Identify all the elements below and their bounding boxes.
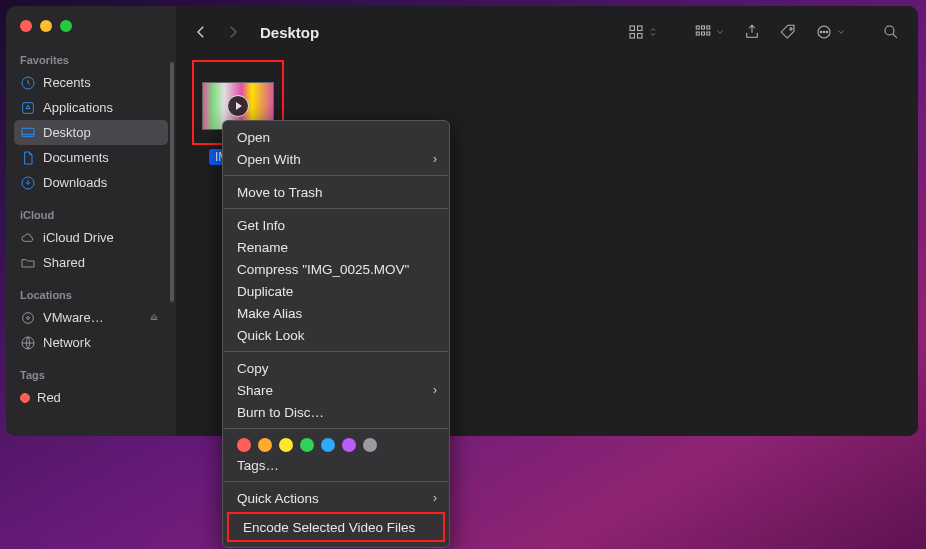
svg-rect-8 <box>638 26 643 31</box>
sidebar-scrollbar[interactable] <box>170 62 174 302</box>
desktop-icon <box>20 125 36 141</box>
document-icon <box>20 150 36 166</box>
sidebar-section-icloud: iCloud <box>6 205 176 225</box>
group-by-button[interactable] <box>690 19 729 45</box>
sidebar-item-downloads[interactable]: Downloads <box>14 170 168 195</box>
sidebar: Favorites Recents Applications Desktop D… <box>6 6 176 436</box>
tag-color-green[interactable] <box>300 438 314 452</box>
applications-icon <box>20 100 36 116</box>
ctx-label: Move to Trash <box>237 185 323 200</box>
ctx-separator <box>224 175 448 176</box>
ctx-burn-to-disc[interactable]: Burn to Disc… <box>223 401 449 423</box>
sidebar-item-label: Recents <box>43 75 91 90</box>
window-controls <box>6 18 176 50</box>
sidebar-item-documents[interactable]: Documents <box>14 145 168 170</box>
sidebar-item-applications[interactable]: Applications <box>14 95 168 120</box>
sidebar-item-label: VMware… <box>43 310 104 325</box>
play-icon <box>227 95 249 117</box>
svg-rect-9 <box>630 34 635 39</box>
downloads-icon <box>20 175 36 191</box>
shared-folder-icon <box>20 255 36 271</box>
ctx-label: Get Info <box>237 218 285 233</box>
eject-icon[interactable] <box>146 310 162 326</box>
nav-back-button[interactable] <box>190 21 212 43</box>
svg-rect-16 <box>707 32 710 35</box>
chevron-right-icon: › <box>433 491 437 505</box>
tag-color-gray[interactable] <box>363 438 377 452</box>
sidebar-item-vmware[interactable]: VMware… <box>14 305 168 330</box>
context-menu: Open Open With› Move to Trash Get Info R… <box>222 120 450 548</box>
ctx-separator <box>224 351 448 352</box>
svg-rect-13 <box>707 26 710 29</box>
ctx-open-with[interactable]: Open With› <box>223 148 449 170</box>
minimize-window-button[interactable] <box>40 20 52 32</box>
ctx-quick-actions[interactable]: Quick Actions› <box>223 487 449 509</box>
tags-button[interactable] <box>775 19 801 45</box>
ctx-compress[interactable]: Compress "IMG_0025.MOV" <box>223 258 449 280</box>
action-menu-button[interactable] <box>811 19 850 45</box>
chevron-right-icon: › <box>433 383 437 397</box>
sidebar-item-icloud-drive[interactable]: iCloud Drive <box>14 225 168 250</box>
sidebar-item-tag-red[interactable]: Red <box>14 385 168 410</box>
sidebar-item-desktop[interactable]: Desktop <box>14 120 168 145</box>
ctx-encode-video-files[interactable]: Encode Selected Video Files <box>229 514 443 540</box>
ctx-label: Compress "IMG_0025.MOV" <box>237 262 409 277</box>
ctx-make-alias[interactable]: Make Alias <box>223 302 449 324</box>
svg-rect-15 <box>702 32 705 35</box>
ctx-label: Open With <box>237 152 301 167</box>
sidebar-item-label: Applications <box>43 100 113 115</box>
sidebar-item-network[interactable]: Network <box>14 330 168 355</box>
svg-point-5 <box>27 316 30 319</box>
svg-point-21 <box>826 31 828 33</box>
tag-color-purple[interactable] <box>342 438 356 452</box>
toolbar: Desktop <box>176 6 918 58</box>
ctx-duplicate[interactable]: Duplicate <box>223 280 449 302</box>
ctx-separator <box>224 428 448 429</box>
sidebar-item-label: Desktop <box>43 125 91 140</box>
svg-point-19 <box>820 31 822 33</box>
ctx-share[interactable]: Share› <box>223 379 449 401</box>
highlight-box-encode: Encode Selected Video Files <box>227 512 445 542</box>
clock-icon <box>20 75 36 91</box>
ctx-tag-colors <box>223 434 449 454</box>
search-button[interactable] <box>878 19 904 45</box>
ctx-label: Share <box>237 383 273 398</box>
tag-color-yellow[interactable] <box>279 438 293 452</box>
sidebar-item-recents[interactable]: Recents <box>14 70 168 95</box>
ctx-separator <box>224 208 448 209</box>
tag-color-blue[interactable] <box>321 438 335 452</box>
sidebar-item-label: Red <box>37 390 61 405</box>
share-button[interactable] <box>739 19 765 45</box>
location-title: Desktop <box>260 24 319 41</box>
nav-forward-button[interactable] <box>222 21 244 43</box>
ctx-tags[interactable]: Tags… <box>223 454 449 476</box>
sidebar-section-locations: Locations <box>6 285 176 305</box>
fullscreen-window-button[interactable] <box>60 20 72 32</box>
sidebar-section-favorites: Favorites <box>6 50 176 70</box>
close-window-button[interactable] <box>20 20 32 32</box>
ctx-quick-look[interactable]: Quick Look <box>223 324 449 346</box>
ctx-label: Rename <box>237 240 288 255</box>
ctx-open[interactable]: Open <box>223 126 449 148</box>
ctx-label: Make Alias <box>237 306 302 321</box>
ctx-get-info[interactable]: Get Info <box>223 214 449 236</box>
view-mode-button[interactable] <box>623 19 662 45</box>
globe-icon <box>20 335 36 351</box>
sidebar-item-shared[interactable]: Shared <box>14 250 168 275</box>
tag-color-red[interactable] <box>237 438 251 452</box>
ctx-label: Copy <box>237 361 269 376</box>
content-area[interactable]: IMG_0... <box>176 58 918 78</box>
cloud-icon <box>20 230 36 246</box>
ctx-label: Burn to Disc… <box>237 405 324 420</box>
ctx-rename[interactable]: Rename <box>223 236 449 258</box>
ctx-label: Tags… <box>237 458 279 473</box>
ctx-label: Encode Selected Video Files <box>243 520 415 535</box>
ctx-label: Open <box>237 130 270 145</box>
sidebar-item-label: Documents <box>43 150 109 165</box>
ctx-copy[interactable]: Copy <box>223 357 449 379</box>
ctx-move-to-trash[interactable]: Move to Trash <box>223 181 449 203</box>
ctx-label: Quick Look <box>237 328 305 343</box>
tag-color-orange[interactable] <box>258 438 272 452</box>
tag-dot-icon <box>20 393 30 403</box>
svg-rect-11 <box>696 26 699 29</box>
